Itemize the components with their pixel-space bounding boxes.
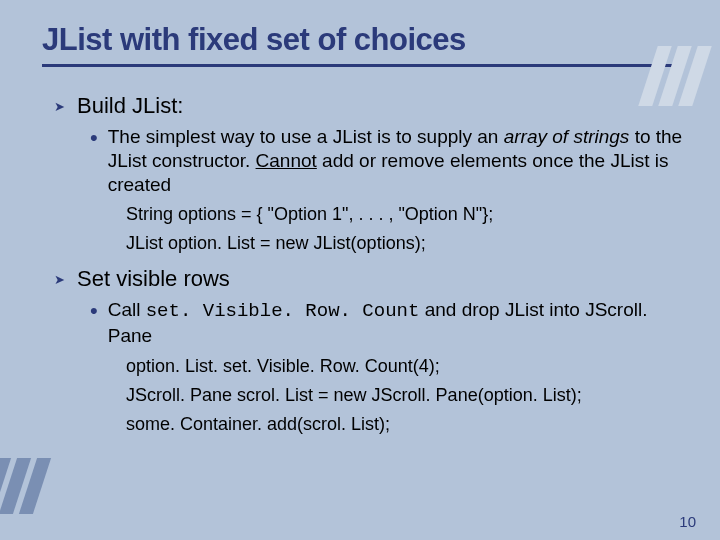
l1-heading: Build JList: (77, 93, 183, 119)
run-mono: set. Visible. Row. Count (146, 300, 420, 322)
arrow-icon: ➤ (54, 272, 65, 287)
code-line: JScroll. Pane scrol. List = new JScroll.… (126, 385, 684, 406)
dot-icon: • (90, 300, 98, 322)
slide: JList with fixed set of choices ➤ Build … (0, 0, 720, 540)
bullet-l1: ➤ Build JList: (54, 93, 684, 119)
run-underline: Cannot (256, 150, 317, 171)
dot-icon: • (90, 127, 98, 149)
l2-text: Call set. Visible. Row. Count and drop J… (108, 298, 684, 348)
arrow-icon: ➤ (54, 99, 65, 114)
run: The simplest way to use a JList is to su… (108, 126, 504, 147)
content-area: ➤ Build JList: • The simplest way to use… (0, 67, 720, 435)
bullet-l2: • The simplest way to use a JList is to … (90, 125, 684, 196)
bottom-decoration (0, 458, 51, 514)
slide-title: JList with fixed set of choices (42, 22, 720, 58)
code-line: JList option. List = new JList(options); (126, 233, 684, 254)
title-area: JList with fixed set of choices (0, 0, 720, 67)
bullet-l2: • Call set. Visible. Row. Count and drop… (90, 298, 684, 348)
run-italic: array of strings (504, 126, 630, 147)
l2-text: The simplest way to use a JList is to su… (108, 125, 684, 196)
bullet-l1: ➤ Set visible rows (54, 266, 684, 292)
l1-heading: Set visible rows (77, 266, 230, 292)
code-line: option. List. set. Visible. Row. Count(4… (126, 356, 684, 377)
code-line: some. Container. add(scrol. List); (126, 414, 684, 435)
run: Call (108, 299, 146, 320)
code-line: String options = { "Option 1", . . . , "… (126, 204, 684, 225)
page-number: 10 (679, 513, 696, 530)
